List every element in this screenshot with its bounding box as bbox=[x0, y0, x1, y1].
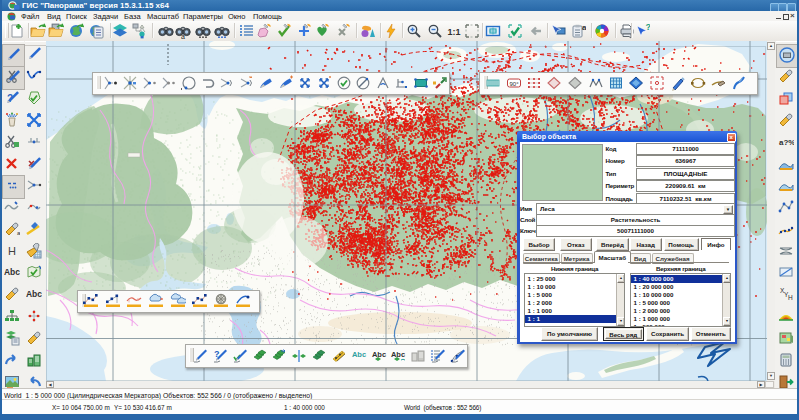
svg-text:H: H bbox=[788, 294, 793, 301]
svg-text:90°: 90° bbox=[509, 81, 519, 87]
svg-text:Abc: Abc bbox=[391, 350, 405, 359]
svg-text:1:1: 1:1 bbox=[447, 27, 460, 37]
svg-text:Abc: Abc bbox=[372, 350, 386, 359]
svg-text:a: a bbox=[582, 23, 586, 32]
svg-text:Abc: Abc bbox=[4, 267, 20, 277]
svg-text:a: a bbox=[17, 230, 20, 236]
svg-text:Abc: Abc bbox=[352, 350, 366, 359]
svg-text:H: H bbox=[8, 245, 16, 257]
svg-text:Abc: Abc bbox=[26, 289, 42, 299]
svg-text:?: ? bbox=[646, 23, 651, 32]
svg-text:a?%: a?% bbox=[779, 138, 794, 147]
svg-text:a: a bbox=[181, 33, 185, 40]
